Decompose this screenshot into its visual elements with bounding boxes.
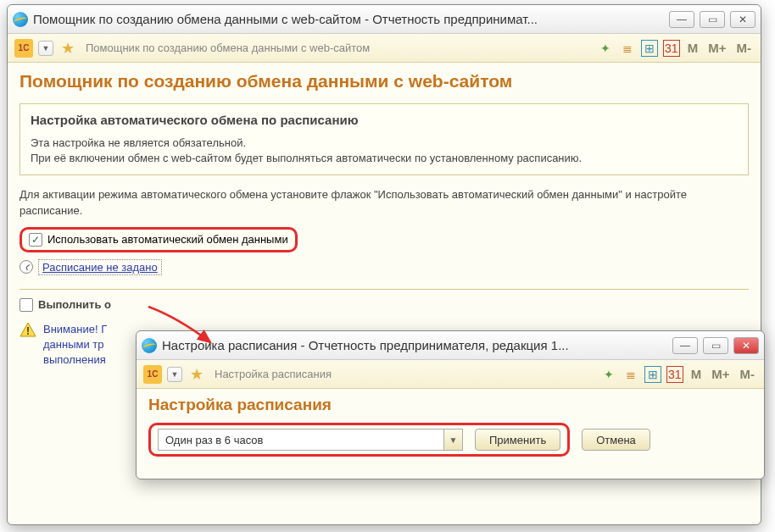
- ie-logo-icon: [142, 338, 157, 353]
- execute-checkbox[interactable]: [20, 298, 33, 312]
- checkbox-highlight: ✓ Использовать автоматический обмен данн…: [20, 227, 298, 252]
- close-button[interactable]: ✕: [733, 337, 759, 354]
- calculator-icon[interactable]: ⊞: [641, 40, 658, 57]
- clock-icon: [20, 260, 33, 274]
- m-minus-button[interactable]: M-: [734, 41, 755, 55]
- calendar-icon[interactable]: 31: [663, 40, 680, 57]
- m-plus-button[interactable]: M+: [705, 41, 728, 55]
- execute-label: Выполнить о: [38, 298, 111, 311]
- favorite-star-icon[interactable]: ★: [187, 365, 206, 384]
- sub-controls-row: Один раз в 6 часов ▼ Применить Отмена: [148, 423, 752, 457]
- section-line1: Эта настройка не является обязательной.: [31, 136, 738, 151]
- activation-text: Для активации режима автоматического обм…: [20, 187, 749, 218]
- window-controls: — ▭ ✕: [672, 337, 759, 354]
- section-heading: Настройка автоматического обмена по расп…: [31, 113, 738, 127]
- calculator-icon[interactable]: ⊞: [644, 366, 661, 383]
- list-icon[interactable]: ≣: [622, 366, 639, 383]
- checkbox-label: Использовать автоматический обмен данным…: [47, 233, 288, 246]
- toolbar-right-group: ✦ ≣ ⊞ 31 M M+ M-: [600, 366, 757, 383]
- sub-heading: Настройка расписания: [148, 396, 752, 414]
- toolbar-right-group: ✦ ≣ ⊞ 31 M M+ M-: [597, 40, 754, 57]
- schedule-config-window: Настройка расписания - Отчетность предпр…: [136, 330, 765, 479]
- warning-text: Внимание! Г данными тр выполнения: [43, 322, 107, 369]
- auto-exchange-section: Настройка автоматического обмена по расп…: [20, 103, 749, 175]
- schedule-row: Расписание не задано: [20, 259, 749, 275]
- m-button[interactable]: M: [689, 367, 705, 381]
- window-controls: — ▭ ✕: [669, 11, 755, 28]
- favorite-star-icon[interactable]: ★: [59, 39, 77, 58]
- main-toolbar: 1C ▼ ★ Помощник по созданию обмена данны…: [8, 34, 761, 63]
- use-auto-exchange-checkbox[interactable]: ✓: [29, 233, 42, 247]
- main-content: Помощник по созданию обмена данными с we…: [8, 63, 761, 376]
- 1c-logo-icon[interactable]: 1C: [14, 39, 33, 58]
- execute-row: Выполнить о: [20, 298, 749, 312]
- sub-toolbar-breadcrumb: Настройка расписания: [211, 368, 595, 380]
- sub-window-title: Настройка расписания - Отчетность предпр…: [162, 338, 672, 352]
- page-title: Помощник по созданию обмена данными с we…: [20, 71, 749, 91]
- minimize-button[interactable]: —: [669, 11, 694, 28]
- warning-icon: !: [20, 322, 36, 337]
- apply-button[interactable]: Применить: [475, 429, 560, 451]
- section-line2: При её включении обмен с web-сайтом буде…: [31, 151, 738, 166]
- sub-highlight: Один раз в 6 часов ▼ Применить: [148, 423, 570, 457]
- m-plus-button[interactable]: M+: [709, 367, 732, 381]
- 1c-logo-icon[interactable]: 1C: [143, 365, 162, 384]
- add-favorite-icon[interactable]: ✦: [597, 40, 614, 57]
- maximize-button[interactable]: ▭: [700, 11, 725, 28]
- schedule-select-value: Один раз в 6 часов: [159, 434, 443, 446]
- ie-logo-icon: [13, 12, 28, 27]
- divider: [20, 289, 749, 290]
- sub-titlebar: Настройка расписания - Отчетность предпр…: [137, 331, 764, 360]
- cancel-button[interactable]: Отмена: [582, 429, 650, 451]
- sub-toolbar: 1C ▼ ★ Настройка расписания ✦ ≣ ⊞ 31 M M…: [137, 360, 764, 389]
- minimize-button[interactable]: —: [672, 337, 698, 354]
- schedule-select[interactable]: Один раз в 6 часов ▼: [158, 429, 463, 451]
- close-button[interactable]: ✕: [730, 11, 755, 28]
- calendar-icon[interactable]: 31: [666, 366, 683, 383]
- toolbar-breadcrumb: Помощник по созданию обмена данными с we…: [82, 42, 592, 54]
- chevron-down-icon[interactable]: ▼: [443, 429, 462, 450]
- main-window-title: Помощник по созданию обмена данными с we…: [33, 12, 669, 26]
- add-favorite-icon[interactable]: ✦: [600, 366, 617, 383]
- list-icon[interactable]: ≣: [619, 40, 636, 57]
- schedule-link[interactable]: Расписание не задано: [38, 259, 162, 275]
- m-minus-button[interactable]: M-: [738, 367, 758, 381]
- maximize-button[interactable]: ▭: [703, 337, 728, 354]
- toolbar-dropdown-icon[interactable]: ▼: [38, 41, 53, 56]
- m-button[interactable]: M: [685, 41, 701, 55]
- svg-text:!: !: [26, 325, 30, 337]
- toolbar-dropdown-icon[interactable]: ▼: [167, 367, 182, 382]
- main-titlebar: Помощник по созданию обмена данными с we…: [8, 5, 761, 34]
